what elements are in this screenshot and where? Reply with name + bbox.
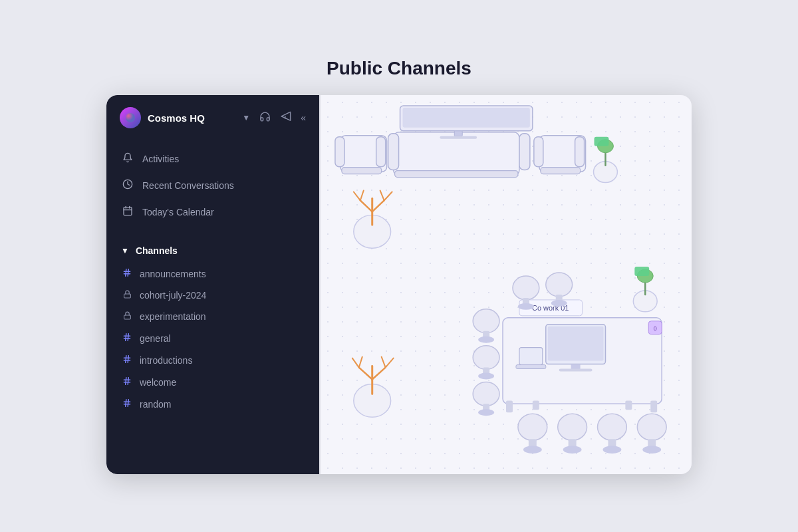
svg-rect-39: [541, 168, 581, 174]
svg-point-83: [523, 446, 542, 454]
hash-icon: [121, 332, 133, 344]
svg-line-19: [128, 356, 128, 363]
svg-point-99: [473, 382, 499, 406]
svg-rect-42: [454, 131, 462, 136]
svg-point-101: [478, 409, 494, 416]
svg-line-47: [372, 200, 384, 211]
megaphone-icon[interactable]: [280, 111, 291, 125]
svg-point-86: [563, 446, 582, 454]
svg-line-108: [386, 358, 394, 368]
svg-line-23: [128, 378, 128, 385]
svg-point-87: [598, 414, 627, 440]
svg-line-51: [380, 191, 384, 201]
svg-point-98: [478, 373, 494, 380]
svg-rect-2: [124, 207, 132, 215]
sidebar-header: Cosmos HQ ▼ «: [106, 95, 319, 140]
channels-header[interactable]: ▼ Channels: [106, 239, 319, 263]
channels-arrow-icon: ▼: [121, 246, 129, 255]
calendar-icon: [121, 205, 134, 219]
sidebar-item-todays-calendar[interactable]: Today's Calendar: [106, 199, 319, 225]
todays-calendar-label: Today's Calendar: [142, 207, 214, 217]
svg-line-46: [360, 200, 372, 211]
svg-line-18: [126, 356, 126, 363]
svg-rect-31: [342, 168, 382, 174]
svg-rect-11: [124, 315, 130, 319]
workspace-name: Cosmos HQ: [148, 112, 235, 124]
recent-conversations-label: Recent Conversations: [142, 180, 234, 191]
svg-rect-38: [575, 137, 585, 167]
sidebar: Cosmos HQ ▼ «: [106, 95, 319, 474]
sidebar-item-cohort-july-2024[interactable]: cohort-july-2024: [106, 285, 319, 306]
channel-label-random: random: [140, 399, 171, 410]
channel-label-experimentation: experimentation: [140, 311, 206, 322]
svg-rect-55: [595, 137, 609, 146]
svg-point-80: [551, 300, 567, 307]
lock-icon: [121, 290, 133, 301]
svg-point-78: [546, 273, 573, 297]
channel-label-introductions: introductions: [140, 355, 192, 366]
svg-point-96: [473, 346, 499, 370]
svg-line-14: [126, 334, 126, 341]
svg-rect-37: [534, 137, 543, 167]
svg-point-75: [513, 276, 539, 300]
svg-text:0: 0: [654, 325, 657, 332]
svg-rect-60: [650, 400, 657, 412]
hash-icon: [121, 398, 133, 410]
channel-label-cohort-july-2024: cohort-july-2024: [140, 290, 206, 301]
svg-line-8: [126, 269, 126, 277]
activities-label: Activities: [142, 154, 179, 164]
sidebar-item-recent-conversations[interactable]: Recent Conversations: [106, 172, 319, 199]
channels-section: ▼ Channels announcementscohort-july-2024…: [106, 233, 319, 420]
channels-label: Channels: [136, 245, 178, 256]
sidebar-item-welcome[interactable]: welcome: [106, 371, 319, 393]
svg-rect-59: [506, 400, 513, 412]
sidebar-item-announcements[interactable]: announcements: [106, 263, 319, 285]
svg-rect-35: [395, 171, 518, 178]
svg-line-105: [372, 368, 386, 380]
svg-point-89: [602, 446, 621, 454]
sidebar-item-general[interactable]: general: [106, 327, 319, 349]
channel-list: announcementscohort-july-2024experimenta…: [106, 263, 319, 415]
svg-point-92: [642, 446, 661, 454]
channel-label-welcome: welcome: [140, 377, 176, 388]
sidebar-item-activities[interactable]: Activities: [106, 146, 319, 172]
sidebar-item-experimentation[interactable]: experimentation: [106, 306, 319, 327]
svg-rect-66: [559, 369, 593, 372]
svg-rect-33: [388, 134, 399, 170]
svg-line-9: [128, 269, 128, 277]
svg-rect-29: [335, 137, 344, 167]
svg-rect-74: [634, 267, 649, 276]
headphones-icon[interactable]: [259, 111, 271, 125]
svg-line-27: [128, 400, 128, 407]
svg-line-48: [354, 192, 360, 201]
sidebar-item-random[interactable]: random: [106, 393, 319, 415]
svg-rect-41: [403, 108, 530, 128]
svg-line-104: [359, 368, 372, 380]
svg-point-81: [518, 414, 547, 440]
sidebar-item-introductions[interactable]: introductions: [106, 349, 319, 371]
svg-line-22: [126, 378, 126, 385]
svg-rect-62: [625, 400, 632, 410]
workspace-logo: [120, 107, 141, 128]
main-content-area: Co work 01 0: [321, 95, 692, 474]
svg-point-93: [473, 309, 499, 333]
bell-icon: [121, 152, 134, 166]
collapse-icon[interactable]: «: [301, 112, 306, 123]
app-window: Cosmos HQ ▼ «: [106, 95, 692, 474]
svg-line-50: [384, 192, 392, 201]
clock-icon: [121, 179, 134, 192]
svg-point-90: [637, 414, 666, 440]
svg-line-107: [359, 357, 362, 368]
chevron-down-icon[interactable]: ▼: [242, 113, 250, 122]
svg-rect-30: [376, 137, 386, 167]
channel-label-announcements: announcements: [140, 269, 206, 279]
svg-rect-43: [440, 136, 477, 139]
svg-rect-65: [571, 364, 581, 370]
sidebar-navigation: Activities Recent Conversations: [106, 140, 319, 233]
svg-line-49: [360, 191, 364, 201]
svg-point-84: [558, 414, 587, 440]
hash-icon: [121, 268, 133, 279]
svg-rect-64: [548, 327, 604, 361]
svg-rect-68: [516, 365, 546, 369]
svg-point-77: [518, 303, 534, 310]
